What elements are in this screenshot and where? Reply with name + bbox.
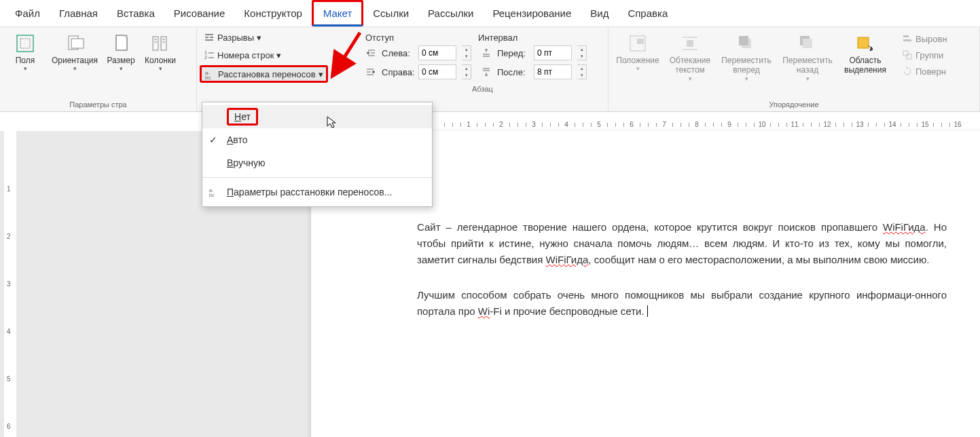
spinner[interactable]: ▴▾: [577, 64, 587, 79]
size-button[interactable]: Размер ▾: [103, 30, 139, 98]
send-backward-icon: [797, 33, 818, 54]
indent-left-input[interactable]: [418, 45, 456, 60]
line-numbers-icon: 12: [204, 50, 215, 60]
group-label-arrange: Упорядочение: [613, 98, 975, 109]
tab-file[interactable]: Файл: [5, 2, 50, 24]
spacing-header: Интервал: [478, 33, 518, 43]
rotate-icon: [902, 66, 913, 77]
group-arrange: Положение ▾ Обтекание текстом ▾ Перемест…: [609, 27, 980, 111]
svg-text:a-: a-: [209, 188, 214, 193]
dropdown-item-none[interactable]: Нет Нет: [202, 105, 432, 128]
svg-rect-1: [20, 39, 30, 48]
breaks-button[interactable]: Разрывы ▾: [200, 30, 328, 45]
svg-rect-30: [907, 54, 911, 59]
selection-pane-button[interactable]: Область выделения: [839, 30, 891, 98]
svg-rect-29: [903, 51, 908, 56]
orientation-button[interactable]: Ориентация ▾: [49, 30, 101, 98]
svg-rect-27: [903, 35, 909, 37]
columns-button[interactable]: Колонки ▾: [141, 30, 179, 98]
paragraph-2[interactable]: Лучшим способом собрать очень много помо…: [417, 287, 947, 320]
svg-text:1: 1: [204, 50, 207, 55]
send-backward-button[interactable]: Переместить назад ▾: [778, 30, 837, 98]
svg-rect-23: [739, 36, 748, 45]
svg-rect-3: [71, 39, 84, 48]
spinner[interactable]: ▴▾: [462, 45, 471, 60]
size-icon: [110, 33, 132, 54]
position-button[interactable]: Положение ▾: [613, 30, 663, 98]
line-numbers-button[interactable]: 12 Номера строк ▾: [200, 48, 328, 62]
document-area: 123456 Сайт – легендарное творение нашег…: [0, 131, 980, 437]
spinner[interactable]: ▴▾: [462, 64, 471, 79]
tab-view[interactable]: Вид: [581, 2, 618, 24]
tab-references[interactable]: Ссылки: [363, 2, 418, 24]
spacing-before-input[interactable]: [534, 45, 572, 60]
breaks-icon: [204, 32, 215, 43]
group-button[interactable]: Группи: [898, 48, 951, 62]
svg-rect-6: [161, 37, 166, 50]
indent-right-icon: [365, 66, 376, 77]
svg-text:bc: bc: [209, 193, 215, 197]
ruler-horizontal[interactable]: /*nums rendered below*/ 1234567891011121…: [19, 119, 980, 131]
dropdown-item-auto[interactable]: ✓ Авто Авто: [202, 128, 432, 151]
svg-rect-0: [17, 35, 33, 52]
svg-text:2: 2: [204, 55, 207, 60]
hyphenation-button[interactable]: a-bc Расстановка переносов ▾: [200, 65, 328, 83]
wrap-text-icon: [679, 33, 701, 54]
tab-home[interactable]: Главная: [50, 2, 107, 24]
bring-forward-button[interactable]: Переместить вперед ▾: [717, 30, 776, 98]
svg-rect-26: [858, 37, 869, 48]
selection-pane-icon: [854, 33, 876, 54]
align-icon: [902, 33, 913, 44]
tab-draw[interactable]: Рисование: [164, 2, 235, 24]
wrap-text-button[interactable]: Обтекание текстом ▾: [666, 30, 714, 98]
svg-rect-4: [116, 35, 127, 50]
text-cursor: [645, 305, 648, 317]
ruler-vertical[interactable]: 123456: [4, 131, 16, 437]
chevron-down-icon: ▾: [689, 75, 692, 82]
chevron-down-icon: ▾: [120, 65, 123, 72]
indent-header: Отступ: [365, 33, 394, 43]
dropdown-separator: [202, 177, 432, 178]
orientation-icon: [64, 33, 86, 54]
check-icon: ✓: [209, 134, 217, 145]
indent-left-icon: [365, 48, 376, 58]
indent-right-input[interactable]: [418, 64, 456, 79]
spacing-after-icon: [481, 66, 492, 77]
svg-text:bc: bc: [205, 75, 211, 79]
chevron-down-icon: ▾: [73, 65, 77, 72]
align-button[interactable]: Выровн: [898, 31, 951, 46]
tab-insert[interactable]: Вставка: [107, 2, 164, 24]
hyphenation-options-icon: a-bc: [208, 187, 220, 197]
bring-forward-icon: [736, 33, 757, 54]
columns-icon: [149, 33, 171, 54]
paragraph-1[interactable]: Сайт – легендарное творение нашего орден…: [417, 219, 947, 268]
group-label-paragraph: Абзац: [361, 82, 604, 93]
spacing-before-icon: [481, 48, 492, 58]
svg-rect-19: [687, 40, 693, 47]
tab-layout[interactable]: Макет: [312, 0, 363, 26]
chevron-down-icon: ▾: [319, 69, 323, 79]
margins-button[interactable]: Поля ▾: [4, 30, 46, 98]
tab-mailings[interactable]: Рассылки: [418, 2, 483, 24]
rotate-button[interactable]: Поверн: [898, 64, 951, 79]
chevron-down-icon: ▾: [806, 75, 810, 82]
hyphenation-dropdown: Нет Нет ✓ Авто Авто Вручную Вручную a-bc…: [202, 102, 433, 207]
tab-review[interactable]: Рецензирование: [483, 2, 581, 24]
tab-help[interactable]: Справка: [618, 2, 677, 24]
group-page-setup: Поля ▾ Ориентация ▾ Размер ▾ Колонки ▾ П…: [0, 27, 197, 111]
dropdown-item-manual[interactable]: Вручную Вручную: [202, 151, 432, 174]
group-label-page-setup: Параметры стра: [4, 98, 192, 109]
spinner[interactable]: ▴▾: [577, 45, 587, 60]
spacing-after-input[interactable]: [534, 64, 572, 79]
tab-design[interactable]: Конструктор: [234, 2, 312, 24]
dropdown-item-options[interactable]: a-bc Параметры расстановки переносов... …: [202, 180, 432, 204]
group-paragraph: Отступ Интервал Слева: ▴▾ Перед: ▴▾ Спра…: [357, 27, 609, 111]
svg-rect-5: [153, 37, 158, 50]
hyphenation-icon: a-bc: [204, 69, 215, 79]
svg-rect-18: [637, 39, 644, 44]
chevron-down-icon: ▾: [159, 65, 162, 72]
group-icon: [902, 50, 913, 60]
menu-tabs: Файл Главная Вставка Рисование Конструкт…: [0, 0, 980, 27]
chevron-down-icon: ▾: [257, 33, 261, 43]
ribbon: Поля ▾ Ориентация ▾ Размер ▾ Колонки ▾ П…: [0, 27, 980, 112]
